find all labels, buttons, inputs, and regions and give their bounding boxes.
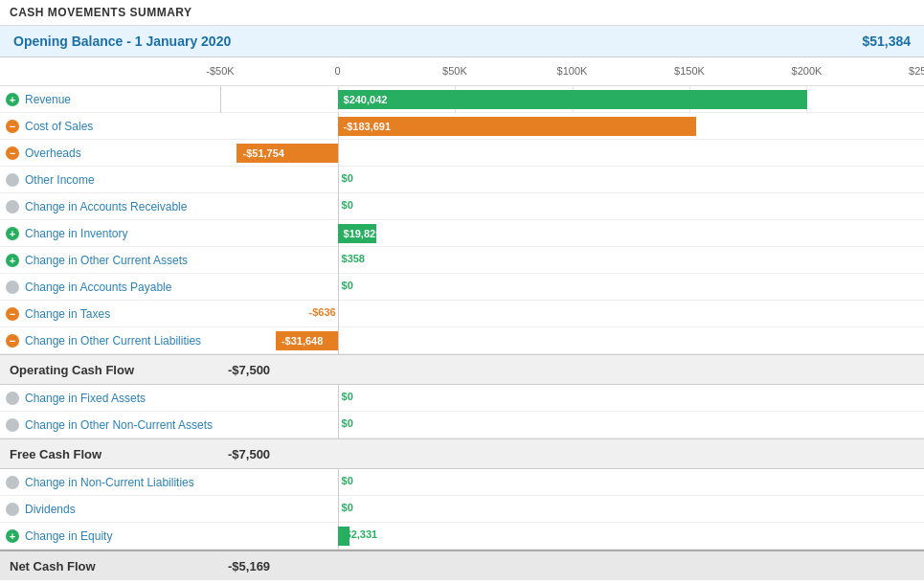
change-ar-icon — [6, 200, 19, 213]
change-other-cl-chart: -$31,648 — [220, 327, 924, 354]
axis-label-150k: $150K — [674, 65, 705, 77]
axis-row: -$50K 0 $50K $100K $150K $200K $250K — [0, 57, 924, 86]
change-ar-link[interactable]: Change in Accounts Receivable — [25, 200, 187, 213]
row-label-change-ap: Change in Accounts Payable — [0, 281, 220, 294]
row-change-inventory: + Change in Inventory $19,829 — [0, 220, 924, 247]
overheads-bar-value: -$51,754 — [242, 147, 283, 159]
row-change-fixed-assets: Change in Fixed Assets $0 — [0, 385, 924, 412]
change-other-ca-chart: $358 — [220, 247, 924, 274]
dividends-value: $0 — [342, 502, 353, 513]
change-taxes-link[interactable]: Change in Taxes — [25, 307, 110, 321]
change-ncl-icon — [6, 476, 19, 489]
change-equity-chart: $2,331 — [220, 523, 924, 550]
change-ncl-link[interactable]: Change in Non-Current Liabilities — [25, 476, 194, 489]
change-ar-chart: $0 — [220, 193, 924, 220]
row-label-cost-of-sales: − Cost of Sales — [0, 120, 220, 133]
change-other-ca-link[interactable]: Change in Other Current Assets — [25, 254, 188, 267]
opening-balance-label: Opening Balance - 1 January 2020 — [13, 34, 231, 49]
change-taxes-value: -$636 — [309, 306, 336, 318]
row-change-other-cl: − Change in Other Current Liabilities -$… — [0, 327, 924, 354]
row-label-change-other-nca: Change in Other Non-Current Assets — [0, 418, 220, 432]
row-label-change-ncl: Change in Non-Current Liabilities — [0, 476, 220, 489]
change-taxes-chart: -$636 — [220, 301, 924, 327]
axis-label-100k: $100K — [557, 65, 588, 77]
change-other-cl-bar: -$31,648 — [276, 331, 338, 350]
change-inventory-chart: $19,829 — [220, 220, 924, 247]
change-other-cl-bar-value: -$31,648 — [282, 335, 323, 347]
axis-label-0: 0 — [334, 65, 340, 77]
row-other-income: Other Income $0 — [0, 167, 924, 193]
row-label-change-inventory: + Change in Inventory — [0, 227, 220, 240]
revenue-bar: $240,042 — [338, 90, 807, 109]
change-ncl-value: $0 — [342, 475, 353, 486]
section-title: CASH MOVEMENTS SUMMARY — [0, 0, 924, 26]
axis-label-250k: $250K — [909, 65, 924, 77]
net-cash-flow-row: Net Cash Flow -$5,169 — [0, 550, 924, 580]
change-equity-value: $2,331 — [346, 528, 378, 540]
change-ap-link[interactable]: Change in Accounts Payable — [25, 281, 171, 294]
row-label-revenue: + Revenue — [0, 93, 220, 106]
free-cash-flow-label: Free Cash Flow — [0, 447, 220, 461]
row-label-dividends: Dividends — [0, 503, 220, 516]
net-cash-flow-value: -$5,169 — [220, 559, 270, 573]
change-other-nca-value: $0 — [342, 417, 353, 429]
operating-cash-flow-row: Operating Cash Flow -$7,500 — [0, 354, 924, 385]
change-fixed-assets-chart: $0 — [220, 385, 924, 412]
other-income-link[interactable]: Other Income — [25, 173, 95, 187]
row-label-change-fixed-assets: Change in Fixed Assets — [0, 392, 220, 405]
overheads-bar: -$51,754 — [237, 144, 337, 163]
row-label-change-taxes: − Change in Taxes — [0, 307, 220, 321]
axis-label-neg50k: -$50K — [206, 65, 234, 77]
row-change-ap: Change in Accounts Payable $0 — [0, 274, 924, 301]
row-label-change-other-cl: − Change in Other Current Liabilities — [0, 334, 220, 348]
dividends-link[interactable]: Dividends — [25, 503, 76, 516]
net-cash-flow-label: Net Cash Flow — [0, 559, 220, 573]
cash-movements-summary: CASH MOVEMENTS SUMMARY Opening Balance -… — [0, 0, 924, 580]
operating-cash-flow-value: -$7,500 — [220, 363, 270, 377]
change-equity-link[interactable]: Change in Equity — [25, 529, 112, 543]
change-fixed-assets-value: $0 — [342, 391, 353, 402]
row-label-overheads: − Overheads — [0, 146, 220, 160]
axis-labels: -$50K 0 $50K $100K $150K $200K $250K — [220, 57, 924, 86]
cos-chart: -$183,691 — [220, 113, 924, 140]
other-income-icon — [6, 173, 19, 187]
dividends-chart: $0 — [220, 496, 924, 523]
row-label-change-equity: + Change in Equity — [0, 529, 220, 543]
opening-balance-row: Opening Balance - 1 January 2020 $51,384 — [0, 26, 924, 57]
change-inventory-icon: + — [6, 227, 19, 240]
other-income-value: $0 — [342, 172, 353, 184]
row-change-equity: + Change in Equity $2,331 — [0, 523, 924, 550]
change-equity-icon: + — [6, 529, 19, 543]
change-inventory-bar-value: $19,829 — [344, 228, 382, 239]
change-other-ca-icon: + — [6, 254, 19, 267]
change-fixed-assets-link[interactable]: Change in Fixed Assets — [25, 392, 146, 405]
change-ncl-chart: $0 — [220, 469, 924, 496]
change-ar-value: $0 — [342, 199, 353, 211]
change-fixed-assets-icon — [6, 392, 19, 405]
change-inventory-link[interactable]: Change in Inventory — [25, 227, 127, 240]
opening-balance-value: $51,384 — [862, 34, 911, 49]
change-ap-value: $0 — [342, 280, 353, 291]
cost-of-sales-link[interactable]: Cost of Sales — [25, 120, 93, 133]
change-inventory-bar: $19,829 — [338, 224, 376, 243]
operating-cash-flow-label: Operating Cash Flow — [0, 363, 220, 377]
change-other-ca-value: $358 — [342, 253, 365, 264]
row-change-taxes: − Change in Taxes -$636 — [0, 301, 924, 327]
free-cash-flow-value: -$7,500 — [220, 447, 270, 461]
revenue-link[interactable]: Revenue — [25, 93, 71, 106]
overheads-link[interactable]: Overheads — [25, 146, 81, 160]
cos-bar: -$183,691 — [338, 117, 696, 136]
cos-bar-value: -$183,691 — [344, 121, 392, 132]
cost-of-sales-icon: − — [6, 120, 19, 133]
axis-label-200k: $200K — [792, 65, 823, 77]
row-label-other-income: Other Income — [0, 173, 220, 187]
row-cost-of-sales: − Cost of Sales -$183,691 — [0, 113, 924, 140]
chart-area: -$50K 0 $50K $100K $150K $200K $250K + R… — [0, 57, 924, 580]
row-revenue: + Revenue $240,042 — [0, 86, 924, 113]
change-other-cl-icon: − — [6, 334, 19, 348]
revenue-bar-value: $240,042 — [344, 94, 388, 105]
change-other-nca-link[interactable]: Change in Other Non-Current Assets — [25, 418, 213, 432]
change-other-cl-link[interactable]: Change in Other Current Liabilities — [25, 334, 201, 348]
revenue-chart: $240,042 — [220, 86, 924, 113]
axis-label-50k: $50K — [442, 65, 467, 77]
